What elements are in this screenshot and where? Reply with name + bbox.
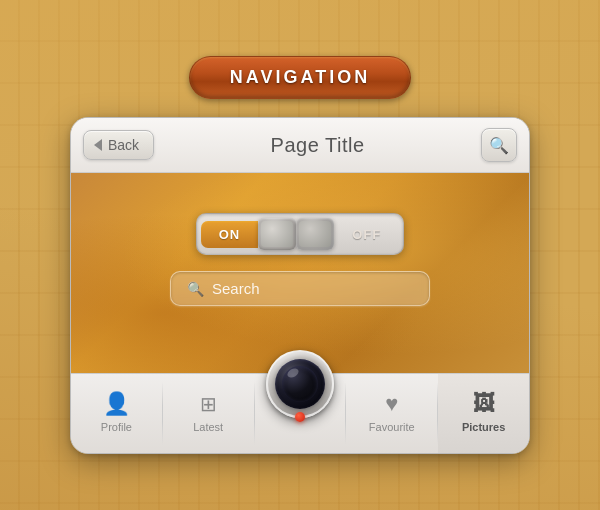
search-glass-icon: 🔍: [187, 281, 204, 297]
search-nav-icon: 🔍: [489, 136, 509, 155]
tab-profile[interactable]: Profile: [71, 374, 162, 453]
tab-pictures[interactable]: Pictures: [438, 374, 529, 453]
heart-icon: [385, 391, 398, 417]
content-area: ON OFF 🔍 Search: [71, 173, 529, 373]
search-bar-container: 🔍 Search: [71, 271, 529, 306]
grid-icon: [200, 391, 217, 417]
toggle-on-label[interactable]: ON: [201, 221, 259, 248]
camera-lens: [275, 359, 325, 409]
toggle-handle-right: [296, 218, 334, 250]
search-bar[interactable]: 🔍 Search: [170, 271, 430, 306]
tab-pictures-label: Pictures: [462, 421, 505, 433]
toggle-container: ON OFF: [71, 213, 529, 255]
tab-profile-label: Profile: [101, 421, 132, 433]
tab-latest-label: Latest: [193, 421, 223, 433]
nav-badge-label: NAVIGATION: [230, 67, 370, 87]
camera-button[interactable]: [266, 350, 334, 418]
search-nav-button[interactable]: 🔍: [481, 128, 517, 162]
nav-bar: Back Page Title 🔍: [71, 118, 529, 173]
tab-favourite[interactable]: Favourite: [346, 374, 437, 453]
person-icon: [103, 391, 130, 417]
navigation-badge: NAVIGATION: [189, 56, 411, 99]
page-title: Page Title: [164, 134, 471, 157]
back-button[interactable]: Back: [83, 130, 154, 160]
device-frame: Back Page Title 🔍 ON OFF 🔍 Search: [70, 117, 530, 454]
tab-favourite-label: Favourite: [369, 421, 415, 433]
tab-latest[interactable]: Latest: [163, 374, 254, 453]
tab-bar: Profile Latest Favourite Pictures: [71, 373, 529, 453]
back-label: Back: [108, 137, 139, 153]
camera-indicator-dot: [295, 412, 305, 422]
toggle-switch[interactable]: ON OFF: [196, 213, 405, 255]
photo-icon: [473, 391, 495, 417]
back-chevron-icon: [94, 139, 102, 151]
toggle-off-label[interactable]: OFF: [334, 221, 399, 248]
toggle-handle-left: [258, 218, 296, 250]
search-placeholder: Search: [212, 280, 260, 297]
tab-camera[interactable]: [255, 374, 346, 453]
